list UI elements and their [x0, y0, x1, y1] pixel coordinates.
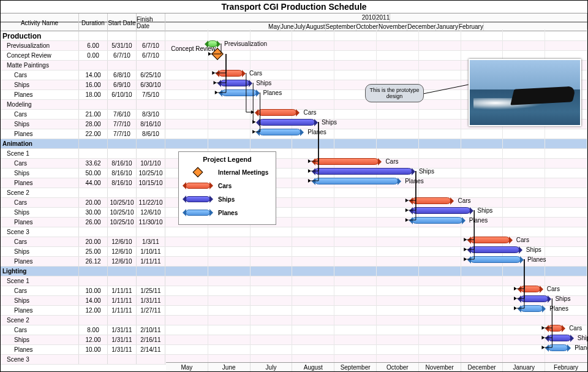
duration-cell: 20.00 [79, 237, 108, 246]
activity-name: Cars [1, 237, 79, 246]
table-row[interactable]: Ships12.001/31/112/16/11 [1, 335, 587, 345]
activity-name: Concept Review [1, 51, 79, 60]
start-cell: 1/11/11 [108, 296, 137, 305]
duration-cell: 12.00 [79, 335, 108, 344]
month-September: September [326, 23, 356, 31]
duration-cell [79, 276, 108, 286]
legend-label: Ships [218, 196, 235, 203]
duration-cell: 16.00 [79, 80, 108, 89]
activity-name: Cars [1, 159, 79, 168]
duration-cell: 21.00 [79, 110, 108, 119]
finish-cell [137, 149, 165, 158]
footer-month-August: August [292, 363, 334, 371]
start-cell [108, 100, 137, 109]
activity-name: Matte Paintings [1, 61, 79, 70]
table-row[interactable]: Ships50.008/16/1010/25/10 [1, 169, 587, 178]
table-row[interactable]: Cars20.0010/25/1011/22/10 [1, 198, 587, 208]
table-row[interactable]: Planes44.008/16/1010/15/10 [1, 178, 587, 188]
activity-name: Planes [1, 306, 79, 315]
legend: Project Legend Internal MeetingsCarsShip… [178, 151, 276, 225]
finish-cell: 6/7/10 [137, 51, 165, 60]
duration-cell: 12.00 [79, 306, 108, 315]
footer-month-September: September [334, 363, 377, 371]
start-cell: 7/7/10 [108, 120, 137, 129]
prototype-photo [469, 59, 581, 126]
table-row[interactable]: Scene 1 [1, 276, 587, 286]
duration-cell [79, 100, 108, 109]
table-row[interactable]: Cars20.0012/6/101/3/11 [1, 237, 587, 247]
start-cell: 10/25/10 [108, 198, 137, 207]
table-row[interactable]: Planes26.1212/6/101/11/11 [1, 257, 587, 267]
duration-cell: 50.00 [79, 169, 108, 178]
table-row[interactable]: Planes22.007/7/108/6/10 [1, 129, 587, 139]
activity-name: Previsualization [1, 41, 79, 50]
legend-label: Internal Meetings [218, 169, 268, 176]
finish-cell: 10/25/10 [137, 169, 165, 178]
activity-name: Scene 2 [1, 188, 79, 197]
finish-cell: 2/10/11 [137, 325, 165, 335]
start-cell [108, 188, 137, 197]
table-row[interactable]: Scene 2 [1, 188, 587, 198]
table-row[interactable]: Cars10.001/11/111/25/11 [1, 286, 587, 296]
activity-name: Animation [1, 139, 79, 148]
start-cell [108, 267, 137, 276]
duration-cell [79, 31, 108, 40]
col-finish[interactable]: Finish Date [137, 13, 165, 32]
activity-name: Planes [1, 345, 79, 354]
finish-cell: 7/5/10 [137, 90, 165, 99]
col-activity[interactable]: Activity Name [1, 13, 79, 32]
finish-cell: 1/10/11 [137, 247, 165, 256]
start-cell: 6/7/10 [108, 51, 137, 60]
month-August: August [306, 23, 325, 31]
start-cell: 7/7/10 [108, 129, 137, 139]
year-2010: 2010 [362, 13, 376, 21]
table-row[interactable]: Lighting [1, 267, 587, 276]
finish-cell: 6/30/10 [137, 80, 165, 89]
start-cell [108, 31, 137, 40]
legend-label: Planes [218, 210, 238, 216]
table-row[interactable]: Scene 3 [1, 227, 587, 237]
duration-cell [79, 316, 108, 325]
duration-cell: 14.00 [79, 70, 108, 80]
start-cell: 1/31/11 [108, 325, 137, 335]
month-December: December [407, 23, 436, 31]
start-cell: 1/11/11 [108, 306, 137, 315]
duration-cell: 30.00 [79, 208, 108, 217]
duration-cell [79, 188, 108, 197]
activity-name: Planes [1, 90, 79, 99]
table-row[interactable]: Planes12.001/11/111/27/11 [1, 306, 587, 316]
finish-cell: 8/16/10 [137, 120, 165, 129]
start-cell: 8/16/10 [108, 159, 137, 168]
activity-name: Scene 3 [1, 355, 79, 364]
activity-name: Cars [1, 286, 79, 295]
planes-icon [186, 210, 210, 216]
activity-name: Cars [1, 325, 79, 335]
table-row[interactable]: Ships30.0010/25/1012/6/10 [1, 208, 587, 218]
col-start[interactable]: Start Date [108, 13, 137, 32]
table-row[interactable]: Ships14.001/11/111/31/11 [1, 296, 587, 306]
diamond-icon [193, 167, 203, 178]
finish-cell: 8/6/10 [137, 129, 165, 139]
start-cell: 1/31/11 [108, 335, 137, 344]
cars-icon [186, 183, 210, 189]
table-row[interactable]: Planes26.0010/25/1011/30/10 [1, 218, 587, 227]
table-row[interactable]: Production [1, 31, 587, 41]
activity-name: Planes [1, 129, 79, 139]
col-duration[interactable]: Duration [79, 13, 108, 32]
gantt-page: Transport CGI Production Schedule Activi… [0, 0, 588, 372]
table-row[interactable]: Previsualization6.005/31/106/7/10 [1, 41, 587, 51]
table-row[interactable]: Cars33.628/16/1010/1/10 [1, 159, 587, 169]
table-row[interactable]: Cars8.001/31/112/10/11 [1, 325, 587, 335]
table-row[interactable]: Ships25.0012/6/101/10/11 [1, 247, 587, 257]
table-row[interactable]: Scene 2 [1, 316, 587, 325]
duration-cell [79, 61, 108, 70]
finish-cell: 10/15/10 [137, 178, 165, 188]
start-cell [108, 276, 137, 286]
finish-cell [137, 139, 165, 148]
table-row[interactable]: Animation [1, 139, 587, 149]
header-years: Activity Name Duration Start Date Finish… [1, 13, 587, 22]
activity-name: Ships [1, 169, 79, 178]
activity-name: Ships [1, 208, 79, 217]
table-row[interactable]: Scene 1 [1, 149, 587, 159]
table-row[interactable]: Planes10.001/31/112/14/11 [1, 345, 587, 355]
